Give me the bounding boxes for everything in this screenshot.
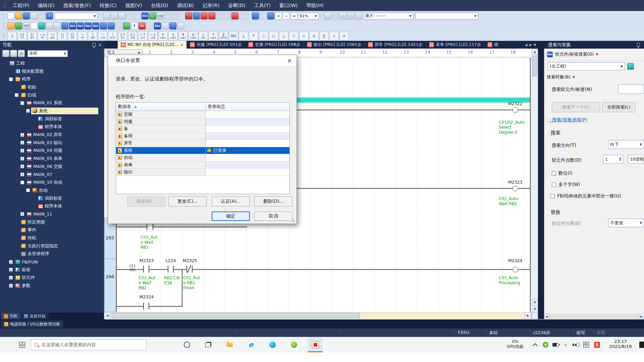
refine-search-icon[interactable] bbox=[627, 63, 634, 70]
rung-gutter-cell[interactable] bbox=[104, 259, 116, 312]
find-all-button[interactable]: 全部搜索(L) bbox=[602, 102, 636, 112]
sort-view-icon[interactable] bbox=[10, 50, 17, 57]
dev-comment-icon[interactable]: Dev bbox=[69, 22, 76, 29]
search-target-button[interactable]: 搜索对象(B) ▼ bbox=[547, 74, 575, 80]
nav-tree-item[interactable]: - 系统 bbox=[0, 107, 105, 115]
nav-tree-item[interactable]: 初始 bbox=[0, 83, 105, 91]
nav-tree-item[interactable]: - MAIN_10 自动 bbox=[0, 178, 105, 186]
device-list-icon[interactable] bbox=[46, 22, 53, 29]
window-new-icon[interactable] bbox=[267, 12, 274, 19]
volume-tray-button[interactable] bbox=[571, 337, 581, 352]
device-points-unit-combo[interactable]: 10进制 bbox=[628, 155, 644, 164]
ladder-symbol-button[interactable]: ╳ caF10 bbox=[219, 32, 228, 41]
ladder-symbol-button[interactable]: [] F8 bbox=[68, 32, 77, 41]
nav-tree-item[interactable]: - 自动 bbox=[0, 186, 105, 194]
panel-tab[interactable]: 连接目标 bbox=[21, 313, 49, 319]
watch-stop-icon[interactable] bbox=[239, 12, 246, 19]
gear-icon[interactable]: ⚙ bbox=[18, 50, 25, 57]
edge-button[interactable] bbox=[265, 337, 280, 352]
notification-center-button[interactable] bbox=[638, 337, 644, 352]
nav-tree-item[interactable]: 模块配置图 bbox=[0, 67, 105, 75]
program-part-row[interactable]: 交握 bbox=[116, 111, 289, 118]
fit-width-icon[interactable]: ↔ bbox=[290, 12, 298, 19]
tree-expand-icon[interactable]: + bbox=[20, 133, 24, 137]
dialog-title-bar[interactable]: 块口令设置 bbox=[108, 55, 297, 66]
tab-list-menu-icon[interactable]: ▼ bbox=[534, 43, 536, 47]
ladder-symbol-button[interactable]: ╞ bbox=[7, 32, 17, 41]
device-find-icon[interactable] bbox=[162, 22, 169, 29]
panel-splitter[interactable] bbox=[538, 41, 544, 319]
fb-match-checkbox[interactable] bbox=[550, 194, 555, 198]
panel-tab[interactable]: 导航 bbox=[1, 313, 20, 319]
ladder-symbol-button[interactable]: ⌐├ F6 bbox=[38, 32, 47, 41]
ladder-symbol-button[interactable]: │ sF9 bbox=[88, 32, 97, 41]
register-button[interactable]: 登录(R)... bbox=[127, 196, 165, 206]
write-to-plc-icon[interactable] bbox=[185, 12, 192, 19]
cancel-button[interactable]: 取消 bbox=[254, 212, 292, 221]
multiword-checkbox[interactable] bbox=[552, 183, 556, 187]
new-project-icon[interactable] bbox=[7, 12, 14, 19]
device-inactive-1-icon[interactable] bbox=[165, 12, 172, 19]
nav-tree-item[interactable]: 未登录程序 bbox=[0, 250, 105, 258]
file-explorer-button[interactable] bbox=[222, 337, 237, 352]
document-tab[interactable]: 表单 [PRG] [LD] 117步 bbox=[426, 41, 484, 49]
monitor-write-icon[interactable] bbox=[201, 12, 208, 19]
gray-box-icon[interactable] bbox=[332, 12, 339, 19]
ladder-symbol-button[interactable]: ┤↑ sF7 bbox=[118, 32, 127, 41]
nav-tree-item[interactable]: 待机 bbox=[0, 234, 105, 242]
io-hw-icon[interactable]: HW bbox=[23, 22, 30, 29]
contact-bar[interactable] bbox=[153, 223, 153, 230]
window-tile-icon[interactable] bbox=[260, 12, 267, 19]
tab-scroll-right-icon[interactable]: ▶ bbox=[529, 43, 532, 47]
document-tab[interactable]: MC:N0 自动 [PRG] [LD]... × bbox=[118, 41, 187, 49]
panel-scroll-left-button[interactable]: ◀ bbox=[544, 314, 549, 319]
save-project-icon[interactable] bbox=[23, 12, 30, 19]
coil-m2324[interactable] bbox=[513, 267, 518, 273]
monitor-read-icon[interactable] bbox=[208, 12, 215, 19]
nav-tree-item[interactable]: - 程序 bbox=[0, 75, 105, 83]
tree-expand-icon[interactable]: + bbox=[9, 260, 13, 264]
nav-tree-item[interactable]: 程序本体 bbox=[0, 202, 105, 210]
menu-item[interactable]: 窗口(W) bbox=[275, 0, 302, 11]
menu-item[interactable]: 工具(T) bbox=[250, 0, 275, 11]
ladder-symbol-button[interactable]: ╥ bbox=[239, 32, 248, 41]
read-from-plc-icon[interactable] bbox=[193, 12, 200, 19]
nav-tree-item[interactable]: + MAIN_11 bbox=[0, 210, 105, 218]
ladder-symbol-button[interactable]: ┤├ F5 bbox=[17, 32, 27, 41]
monitor-1-icon[interactable] bbox=[216, 12, 223, 19]
label-edit-icon[interactable]: I bbox=[131, 22, 138, 29]
ladder-symbol-button[interactable]: ▽ bbox=[289, 32, 299, 41]
start-button[interactable] bbox=[15, 337, 30, 352]
tree-expand-icon[interactable]: + bbox=[20, 157, 24, 161]
coil-m2322[interactable] bbox=[513, 107, 518, 113]
scroll-up-button[interactable]: ▲ bbox=[532, 49, 538, 55]
device-label-m2323-coil[interactable]: M2323 bbox=[503, 180, 527, 185]
device-label-search-button[interactable]: Dev 软元件/标签搜索(D) ▼ bbox=[547, 51, 598, 57]
dev-transfer-icon[interactable]: Dev bbox=[92, 22, 99, 29]
window-find-icon[interactable] bbox=[169, 22, 176, 29]
menu-item[interactable]: 工程(P) bbox=[8, 0, 34, 11]
nav-tree-item[interactable]: - 扫描 bbox=[0, 91, 105, 99]
nav-tree-item[interactable]: 事件 bbox=[0, 226, 105, 234]
tree-expand-icon[interactable]: + bbox=[20, 165, 24, 168]
tree-expand-icon[interactable]: + bbox=[9, 284, 13, 288]
dev-blue-icon[interactable]: Dev bbox=[154, 22, 161, 29]
antivirus-tray-button[interactable] bbox=[541, 337, 550, 352]
ladder-symbol-button[interactable]: ∞ bbox=[329, 32, 339, 41]
battery-tray-button[interactable] bbox=[551, 337, 560, 352]
document-tab[interactable]: 输出 [PRG] [LD] 1065步 bbox=[304, 41, 365, 49]
document-tab[interactable]: 模 bbox=[484, 41, 505, 49]
print-icon[interactable] bbox=[31, 12, 38, 19]
nav-tree-item[interactable]: 局部标签 bbox=[0, 194, 105, 202]
power-capacity-docked-tab[interactable]: 电源容量 / I/O点数检查结果 bbox=[1, 321, 63, 327]
nav-tree-item[interactable]: 无执行类型指定 bbox=[0, 242, 105, 250]
nav-tree-item[interactable]: + FB/FUN bbox=[0, 258, 105, 266]
dev-assign-icon[interactable]: Dev bbox=[85, 22, 92, 29]
ladder-symbol-button[interactable]: () F7 bbox=[58, 32, 67, 41]
sogou-tray-button[interactable]: S bbox=[592, 337, 602, 352]
device-label-m2323[interactable]: M2323 bbox=[137, 258, 156, 263]
document-tab[interactable]: 异常 [PRG] [LD] 1421步 bbox=[365, 41, 426, 49]
internet-explorer-button[interactable]: e bbox=[244, 337, 258, 352]
convert-check-2-icon[interactable]: ✓ bbox=[347, 12, 354, 19]
contact-bar[interactable] bbox=[149, 303, 149, 309]
